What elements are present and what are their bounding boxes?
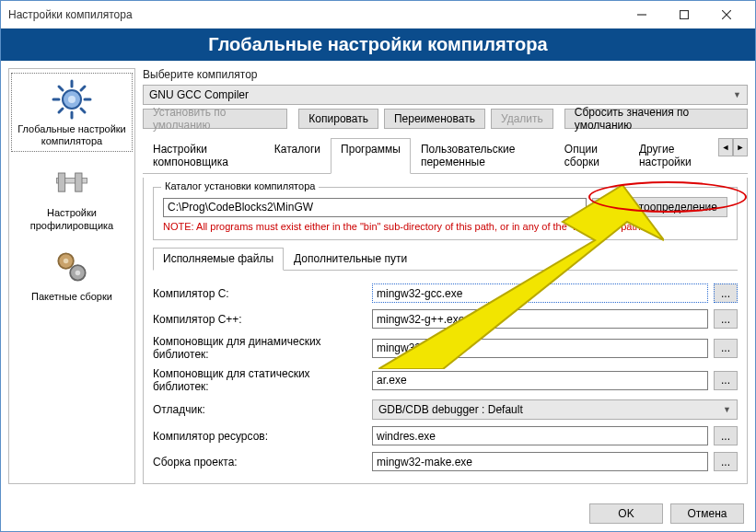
window-title: Настройки компилятора [8, 8, 621, 21]
gear-icon [50, 77, 94, 121]
cpp-compiler-label: Компилятор C++: [153, 313, 366, 326]
sidebar-label: Глобальные настройки компилятора [14, 123, 130, 147]
tab-other[interactable]: Другие настройки [629, 138, 718, 173]
svg-line-10 [81, 109, 85, 112]
tab-scroll-right[interactable]: ► [733, 138, 748, 156]
tab-linker[interactable]: Настройки компоновщика [143, 138, 264, 173]
svg-rect-16 [76, 173, 82, 191]
close-button[interactable] [705, 1, 748, 29]
chevron-down-icon: ▼ [723, 405, 731, 414]
svg-point-18 [64, 259, 69, 264]
res-compiler-input[interactable]: windres.exe [372, 426, 708, 445]
stat-linker-input[interactable]: ar.exe [372, 371, 708, 390]
browse-button[interactable]: ... [592, 198, 611, 217]
category-sidebar: Глобальные настройки компилятора Настрой… [8, 68, 135, 484]
install-dir-legend: Каталог установки компилятора [161, 180, 319, 191]
install-path-input[interactable]: C:\Prog\CodeBlocks2\MinGW [163, 198, 587, 217]
compiler-select-label: Выберите компилятор [143, 68, 748, 81]
svg-point-20 [76, 270, 81, 275]
debugger-select[interactable]: GDB/CDB debugger : Default ▼ [372, 399, 738, 420]
compiler-select[interactable]: GNU GCC Compiler ▼ [143, 85, 748, 105]
sidebar-item-compiler[interactable]: Глобальные настройки компилятора [11, 73, 133, 152]
tab-programs[interactable]: Программы [331, 138, 411, 174]
install-note: NOTE: All programs must exist either in … [163, 221, 727, 232]
c-compiler-browse[interactable]: ... [714, 283, 738, 303]
c-compiler-label: Компилятор C: [153, 287, 366, 300]
dyn-linker-input[interactable]: mingw32-g++.exe [372, 339, 708, 358]
subtab-additional-paths[interactable]: Дополнительные пути [284, 248, 417, 270]
c-compiler-input[interactable]: mingw32-gcc.exe [372, 283, 708, 303]
cancel-button[interactable]: Отмена [670, 503, 744, 524]
debugger-label: Отладчик: [153, 403, 366, 416]
tab-dirs[interactable]: Каталоги [264, 138, 331, 173]
cpp-compiler-browse[interactable]: ... [714, 309, 738, 329]
stat-linker-browse[interactable]: ... [714, 371, 738, 390]
dyn-linker-label: Компоновщик для динамических библиотек: [153, 335, 366, 361]
svg-rect-1 [680, 10, 689, 18]
sidebar-item-profiler[interactable]: Настройки профилировщика [11, 157, 133, 235]
make-browse[interactable]: ... [714, 452, 738, 471]
reset-button[interactable]: Сбросить значения по умолчанию [564, 109, 748, 129]
svg-rect-15 [58, 173, 64, 191]
set-default-button: Установить по умолчанию [143, 109, 287, 129]
tab-scroll-left[interactable]: ◄ [718, 138, 733, 156]
chevron-down-icon: ▼ [733, 90, 741, 99]
make-input[interactable]: mingw32-make.exe [372, 452, 708, 471]
ok-button[interactable]: OK [589, 503, 663, 524]
svg-line-12 [59, 109, 63, 112]
subtab-executables[interactable]: Исполняемые файлы [153, 248, 284, 271]
dyn-linker-browse[interactable]: ... [714, 339, 738, 358]
rename-button[interactable]: Переименовать [384, 109, 485, 129]
sidebar-label: Настройки профилировщика [13, 207, 131, 231]
svg-point-13 [68, 96, 76, 103]
minimize-button[interactable] [621, 1, 663, 29]
cpp-compiler-input[interactable]: mingw32-g++.exe [372, 309, 708, 329]
settings-tabs: Настройки компоновщика Каталоги Программ… [143, 138, 748, 174]
gears-icon [50, 245, 94, 289]
stat-linker-label: Компоновщик для статических библиотек: [153, 367, 366, 393]
sidebar-label: Пакетные сборки [31, 291, 112, 303]
program-subtabs: Исполняемые файлы Дополнительные пути [153, 248, 738, 271]
install-dir-group: Каталог установки компилятора C:\Prog\Co… [153, 187, 738, 240]
delete-button: Удалить [491, 109, 553, 129]
tab-custom-vars[interactable]: Пользовательские переменные [411, 138, 554, 173]
autodetect-button[interactable]: Автоопределение [616, 197, 727, 217]
caliper-icon [50, 161, 94, 205]
compiler-selected: GNU GCC Compiler [149, 88, 249, 101]
maximize-button[interactable] [663, 1, 705, 29]
res-compiler-browse[interactable]: ... [714, 426, 738, 445]
svg-line-11 [81, 87, 85, 90]
sidebar-item-batch[interactable]: Пакетные сборки [11, 241, 133, 306]
tab-build-options[interactable]: Опции сборки [554, 138, 629, 173]
res-compiler-label: Компилятор ресурсов: [153, 430, 366, 443]
page-header: Глобальные настройки компилятора [1, 29, 755, 61]
make-label: Сборка проекта: [153, 456, 366, 468]
svg-line-9 [59, 87, 63, 90]
copy-button[interactable]: Копировать [298, 109, 378, 129]
